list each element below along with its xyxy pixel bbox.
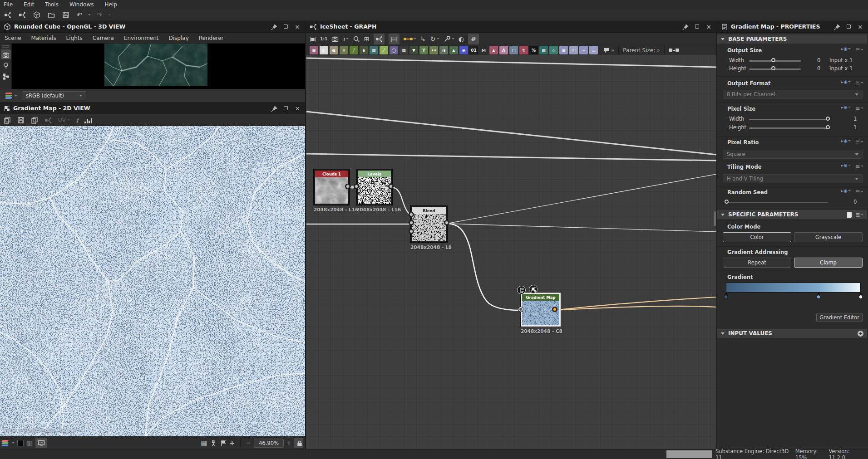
random-seed-value[interactable]: 0 — [853, 199, 857, 205]
atomic-node-button[interactable]: ▩ — [539, 46, 548, 54]
output-width-slider[interactable] — [749, 60, 801, 62]
parent-size-expand[interactable]: » — [656, 47, 660, 54]
menu-item[interactable]: Windows — [69, 1, 94, 8]
search-icon[interactable] — [353, 35, 360, 43]
node-clouds-1[interactable]: Clouds 1 — [314, 169, 350, 205]
atomic-node-button[interactable]: ▦ — [399, 46, 408, 54]
close-icon[interactable]: × — [293, 23, 301, 31]
link-creation-icon[interactable]: ⊞ — [364, 35, 370, 43]
pixel-ratio-select[interactable]: Square — [723, 150, 863, 159]
display-channels-icon[interactable] — [35, 438, 47, 448]
random-seed-slider[interactable] — [725, 202, 828, 203]
view3d-menu-item[interactable]: Camera — [93, 35, 114, 41]
maximize-icon[interactable] — [281, 104, 290, 112]
gradient-stop-handle[interactable] — [724, 292, 728, 299]
snap-grid-icon[interactable]: # — [468, 34, 479, 44]
atomic-node-button[interactable]: ◉ — [459, 46, 468, 54]
param-menu-icon[interactable]: ≡ — [855, 79, 863, 86]
atomic-node-button[interactable]: ◫ — [569, 46, 578, 54]
input-port[interactable] — [354, 184, 359, 189]
output-port[interactable] — [389, 184, 393, 189]
output-port[interactable] — [444, 220, 449, 225]
fit-view-icon[interactable]: ▣ — [310, 35, 316, 43]
gradient-stop-handle[interactable] — [859, 292, 863, 299]
param-menu-icon[interactable]: ≡ — [855, 46, 863, 53]
zoom-level-input[interactable]: 46.90% — [254, 439, 284, 448]
atomic-node-button[interactable]: ▲ — [489, 46, 498, 54]
menu-item[interactable]: File — [4, 1, 13, 8]
atomic-node-button[interactable]: 01 — [469, 46, 478, 54]
node-blend[interactable]: Blend — [410, 206, 448, 243]
input-port-foreground[interactable] — [409, 212, 414, 217]
atomic-node-button[interactable]: ▣ — [559, 46, 568, 54]
scene-tree-icon[interactable] — [1, 71, 11, 81]
filter-icon[interactable] — [220, 439, 227, 446]
zoom-in-button[interactable]: + — [286, 439, 291, 446]
link-view-icon[interactable] — [44, 117, 52, 124]
undo-button[interactable]: ↶ — [75, 10, 84, 20]
colorspace-select[interactable]: sRGB (default) — [22, 91, 86, 100]
output-port[interactable] — [552, 307, 557, 312]
info-display-icon[interactable]: i — [343, 35, 348, 43]
more-nodes-icon[interactable]: » — [611, 47, 614, 54]
param-menu-icon[interactable]: ≡ — [855, 105, 863, 112]
input-port[interactable] — [518, 307, 523, 312]
uv-mode-select[interactable]: UV — [58, 117, 70, 123]
camera-view-icon[interactable] — [1, 49, 11, 59]
output-height-value[interactable]: 0 — [817, 65, 820, 72]
timings-icon[interactable]: ↻ — [430, 35, 439, 43]
view3d-viewport[interactable] — [0, 44, 305, 89]
gradient-bar[interactable] — [726, 283, 861, 293]
output-height-slider[interactable] — [749, 68, 801, 70]
histogram-icon[interactable] — [84, 117, 93, 123]
param-menu-icon[interactable]: ≡ — [855, 138, 863, 145]
material-link-icon[interactable]: ▤ — [389, 34, 399, 44]
atomic-node-button[interactable]: ◇ — [549, 46, 558, 54]
zoom-out-button[interactable]: − — [246, 439, 251, 446]
graph-canvas[interactable]: Clouds 1 2048x2048 - L16 Levels 2048x204… — [306, 55, 716, 449]
atomic-node-button[interactable]: ╱ — [350, 46, 358, 54]
atomic-node-button[interactable]: % — [529, 46, 538, 54]
atomic-node-button[interactable]: ╱ — [380, 46, 388, 54]
function-icon[interactable]: ▸◉ — [841, 79, 851, 84]
param-menu-icon[interactable]: ≡ — [855, 188, 863, 195]
section-input-values[interactable]: INPUT VALUES + — [717, 329, 867, 338]
preset-icon[interactable] — [847, 212, 852, 218]
maximize-icon[interactable] — [844, 23, 853, 31]
atomic-node-button[interactable]: ▢ — [509, 46, 518, 54]
view3d-menu-item[interactable]: Display — [169, 35, 189, 41]
output-format-select[interactable]: 8 Bits per Channel — [723, 90, 863, 99]
gradient-stop-handle[interactable] — [817, 292, 821, 299]
default-link-icon[interactable] — [374, 34, 385, 44]
section-specific-parameters[interactable]: SPECIFIC PARAMETERS ≡ — [717, 210, 867, 219]
comment-icon[interactable] — [603, 47, 610, 54]
param-menu-icon[interactable]: ≡ — [855, 163, 863, 170]
pixel-height-slider[interactable] — [749, 127, 830, 129]
output-width-value[interactable]: 0 — [817, 57, 820, 63]
light-icon[interactable] — [1, 60, 11, 70]
atomic-node-button[interactable]: •• — [429, 46, 438, 54]
grid-toggle-icon[interactable]: ▦ — [201, 439, 207, 447]
atomic-node-button[interactable]: ▣ — [310, 46, 318, 54]
atomic-node-button[interactable]: ▦ — [370, 46, 378, 54]
screenshot-icon[interactable] — [331, 35, 339, 43]
add-input-value-icon[interactable]: + — [858, 331, 863, 337]
link-display-icon[interactable] — [669, 49, 679, 52]
pixel-width-value[interactable]: 1 — [853, 116, 857, 122]
gradient-editor-button[interactable]: Gradient Editor — [816, 313, 863, 322]
color-mode-color-button[interactable]: Color — [723, 232, 791, 242]
save-icon[interactable] — [61, 10, 71, 20]
view3d-menu-item[interactable]: Renderer — [199, 35, 224, 41]
atomic-node-button[interactable]: Y — [419, 46, 428, 54]
input-port-opacity[interactable] — [409, 229, 414, 234]
redo-button[interactable]: ↷ — [95, 10, 104, 20]
function-icon[interactable]: ▸◉ — [841, 46, 851, 51]
tools-icon[interactable] — [444, 35, 454, 43]
addressing-repeat-button[interactable]: Repeat — [723, 258, 791, 268]
view3d-menu-item[interactable]: Environment — [124, 35, 159, 41]
filter-preview-icon[interactable]: ◐ — [459, 35, 464, 43]
view3d-menu-item[interactable]: Materials — [31, 35, 56, 41]
menu-item[interactable]: Tools — [45, 1, 59, 8]
properties-badge-icon[interactable] — [517, 286, 526, 294]
atomic-node-button[interactable]: ▲ — [449, 46, 458, 54]
